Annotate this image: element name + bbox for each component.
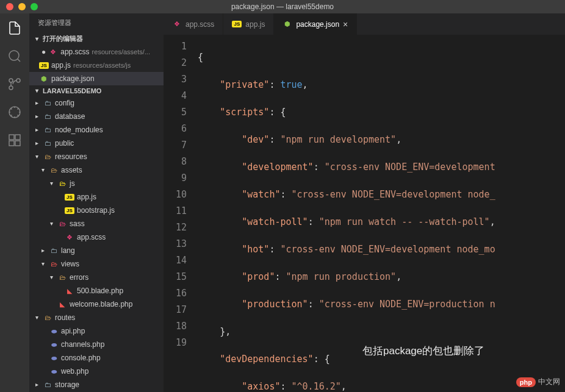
json-icon: ⬢ xyxy=(39,75,49,83)
sidebar-title: 资源管理器 xyxy=(29,13,164,32)
chevron-down-icon: ▾ xyxy=(48,274,55,280)
folder-icon: 🗀 xyxy=(43,381,52,388)
svg-rect-8 xyxy=(9,141,14,146)
file-welcome-blade[interactable]: ◣welcome.blade.php xyxy=(29,298,164,311)
code-content[interactable]: { "private": true, "scripts": { "dev": "… xyxy=(198,35,565,392)
editor-tabs: ❖ app.scss JS app.js ⬢ package.json × xyxy=(164,13,565,35)
chevron-right-icon: ▸ xyxy=(39,248,46,254)
file-app-js[interactable]: JSapp.js xyxy=(29,190,164,204)
tab-package-json[interactable]: ⬢ package.json × xyxy=(274,13,357,35)
chevron-down-icon: ▾ xyxy=(48,180,55,187)
folder-views[interactable]: ▾🗁views xyxy=(29,257,164,271)
watermark-badge: php xyxy=(516,377,536,387)
file-bootstrap-js[interactable]: JSbootstrap.js xyxy=(29,204,164,217)
chevron-down-icon: ▾ xyxy=(33,88,40,94)
svg-rect-6 xyxy=(9,135,14,140)
scss-icon: ❖ xyxy=(48,48,58,56)
open-editors-header[interactable]: ▾ 打开的编辑器 xyxy=(29,32,164,45)
code-editor[interactable]: 1 2 3 4 5 6 7 8 9 10 11 12 13 14 15 16 1 xyxy=(164,35,565,392)
file-console-php[interactable]: ⬬console.php xyxy=(29,351,164,365)
php-icon: ⬬ xyxy=(49,327,59,335)
svg-rect-7 xyxy=(15,135,20,140)
svg-point-3 xyxy=(9,86,13,90)
folder-node-modules[interactable]: ▸🗀node_modules xyxy=(29,123,164,137)
scss-icon: ❖ xyxy=(65,233,74,241)
chevron-right-icon: ▸ xyxy=(33,113,40,119)
file-channels-php[interactable]: ⬬channels.php xyxy=(29,338,164,351)
laravel-icon: ◣ xyxy=(57,301,67,308)
js-icon: JS xyxy=(232,21,242,27)
folder-sass[interactable]: ▾🗁sass xyxy=(29,217,164,230)
folder-open-icon: 🗁 xyxy=(49,166,59,174)
scss-icon: ❖ xyxy=(172,20,182,28)
js-icon: JS xyxy=(65,194,74,201)
file-api-php[interactable]: ⬬api.php xyxy=(29,324,164,338)
js-icon: JS xyxy=(65,207,74,214)
php-icon: ⬬ xyxy=(49,368,59,376)
open-editor-item[interactable]: ● ❖ app.scss resources/assets/... xyxy=(29,45,164,59)
folder-icon: 🗀 xyxy=(43,99,52,107)
minimize-window-button[interactable] xyxy=(18,3,26,10)
file-app-scss[interactable]: ❖app.scss xyxy=(29,230,164,244)
folder-views-icon: 🗁 xyxy=(49,260,59,268)
folder-lang[interactable]: ▸🗀lang xyxy=(29,244,164,257)
folder-js[interactable]: ▾🗁js xyxy=(29,177,164,190)
watermark-text: 中文网 xyxy=(538,377,560,387)
close-icon[interactable]: × xyxy=(343,20,348,29)
annotation-text: 包括package的包也删除了 xyxy=(362,344,484,358)
json-icon: ⬢ xyxy=(282,20,292,28)
folder-assets[interactable]: ▾🗁assets xyxy=(29,163,164,177)
php-icon: ⬬ xyxy=(49,354,59,362)
chevron-down-icon: ▾ xyxy=(33,315,40,321)
chevron-right-icon: ▸ xyxy=(33,382,40,388)
chevron-down-icon: ▾ xyxy=(33,154,40,160)
open-editor-item[interactable]: JS app.js resources/assets/js xyxy=(29,59,164,72)
chevron-down-icon: ▾ xyxy=(39,167,46,173)
folder-icon: 🗀 xyxy=(49,247,59,254)
svg-point-5 xyxy=(9,107,20,118)
folder-routes[interactable]: ▾🗁routes xyxy=(29,311,164,324)
source-control-icon[interactable] xyxy=(6,76,23,93)
chevron-down-icon: ▾ xyxy=(33,36,40,42)
tab-app-scss[interactable]: ❖ app.scss xyxy=(164,13,223,35)
window-title: package.json — laravel55demo xyxy=(231,2,334,11)
folder-icon: 🗀 xyxy=(43,126,52,134)
search-icon[interactable] xyxy=(6,48,23,65)
extensions-icon[interactable] xyxy=(6,132,23,149)
folder-config[interactable]: ▸🗀config xyxy=(29,96,164,110)
debug-icon[interactable] xyxy=(6,104,23,121)
line-numbers: 1 2 3 4 5 6 7 8 9 10 11 12 13 14 15 16 1 xyxy=(164,35,198,392)
folder-icon: 🗀 xyxy=(43,113,52,120)
php-icon: ⬬ xyxy=(49,341,59,349)
dirty-indicator: ● xyxy=(39,48,46,56)
titlebar: package.json — laravel55demo xyxy=(0,0,565,13)
project-header[interactable]: ▾ LARAVEL55DEMO xyxy=(29,85,164,96)
explorer-sidebar: 资源管理器 ▾ 打开的编辑器 ● ❖ app.scss resources/as… xyxy=(29,13,164,392)
folder-database[interactable]: ▸🗀database xyxy=(29,110,164,123)
svg-point-0 xyxy=(9,51,19,60)
maximize-window-button[interactable] xyxy=(31,3,38,10)
activity-bar xyxy=(0,13,29,392)
open-editor-item[interactable]: ⬢ package.json xyxy=(29,72,164,85)
js-icon: JS xyxy=(39,62,49,69)
svg-line-1 xyxy=(18,59,20,62)
folder-sass-icon: 🗁 xyxy=(57,220,67,227)
chevron-down-icon: ▾ xyxy=(39,261,46,267)
file-500-blade[interactable]: ◣500.blade.php xyxy=(29,284,164,298)
svg-point-4 xyxy=(9,79,13,82)
close-window-button[interactable] xyxy=(6,3,13,10)
chevron-down-icon: ▾ xyxy=(48,221,55,227)
svg-point-2 xyxy=(16,79,20,82)
folder-storage[interactable]: ▸🗀storage xyxy=(29,378,164,391)
chevron-right-icon: ▸ xyxy=(33,140,40,146)
svg-rect-9 xyxy=(15,141,20,146)
folder-public[interactable]: ▸🗀public xyxy=(29,137,164,150)
folder-open-icon: 🗁 xyxy=(43,153,52,160)
folder-resources[interactable]: ▾🗁resources xyxy=(29,150,164,163)
file-web-php[interactable]: ⬬web.php xyxy=(29,365,164,378)
tab-app-js[interactable]: JS app.js xyxy=(223,13,274,35)
chevron-right-icon: ▸ xyxy=(33,100,40,106)
folder-errors[interactable]: ▾🗁errors xyxy=(29,271,164,284)
explorer-icon[interactable] xyxy=(6,20,23,37)
laravel-icon: ◣ xyxy=(65,287,74,295)
